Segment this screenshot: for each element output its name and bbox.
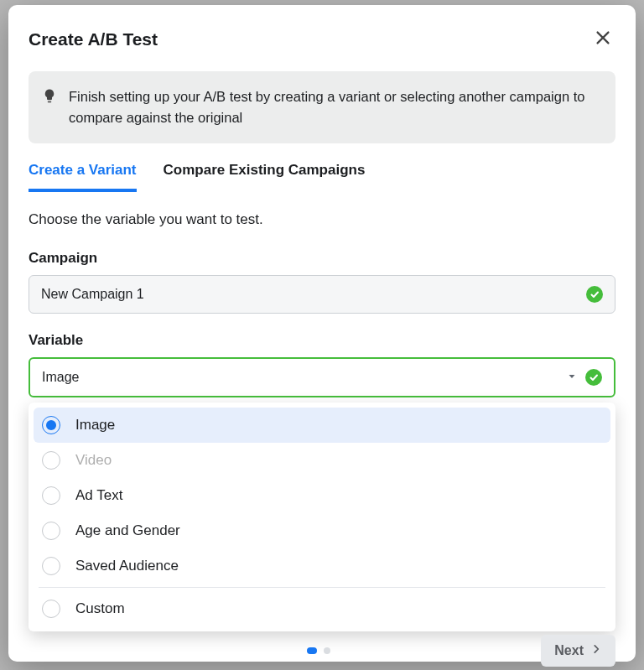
radio-icon (42, 600, 60, 618)
create-ab-test-modal: Create A/B Test Finish setting up your A… (8, 5, 636, 662)
option-label: Age and Gender (75, 522, 180, 539)
pager-dot (324, 647, 330, 654)
next-button[interactable]: Next (541, 635, 615, 667)
option-age-gender[interactable]: Age and Gender (34, 513, 610, 548)
close-icon (594, 29, 612, 49)
option-label: Video (75, 452, 112, 469)
campaign-select[interactable]: New Campaign 1 (29, 275, 615, 314)
campaign-label: Campaign (29, 250, 615, 267)
check-icon (586, 286, 603, 303)
variable-field: Variable Image Image Video (29, 332, 615, 631)
chevron-right-icon (590, 643, 602, 658)
chevron-down-icon (567, 370, 577, 385)
modal-header: Create A/B Test (29, 25, 615, 53)
option-ad-text[interactable]: Ad Text (34, 478, 610, 513)
lightbulb-icon (42, 88, 57, 106)
radio-icon (42, 557, 60, 575)
radio-icon (42, 486, 60, 505)
radio-icon (42, 416, 60, 434)
option-saved-audience[interactable]: Saved Audience (34, 548, 610, 584)
variable-value: Image (42, 370, 79, 385)
modal-footer: Next (29, 631, 615, 667)
info-banner: Finish setting up your A/B test by creat… (29, 71, 615, 143)
check-icon (585, 369, 602, 386)
info-text: Finish setting up your A/B test by creat… (69, 86, 599, 128)
tab-create-variant[interactable]: Create a Variant (29, 162, 137, 192)
variable-dropdown: Image Video Ad Text Age and Gender Saved… (29, 403, 615, 631)
tabs: Create a Variant Compare Existing Campai… (29, 162, 615, 193)
option-label: Ad Text (75, 487, 122, 504)
dropdown-divider (39, 587, 605, 588)
option-label: Custom (75, 600, 125, 617)
option-image[interactable]: Image (34, 408, 610, 443)
radio-icon (42, 451, 60, 470)
instruction-text: Choose the variable you want to test. (29, 211, 615, 228)
close-button[interactable] (590, 25, 615, 53)
tab-compare-existing[interactable]: Compare Existing Campaigns (164, 162, 366, 192)
campaign-field: Campaign New Campaign 1 (29, 250, 615, 314)
variable-label: Variable (29, 332, 615, 349)
modal-title: Create A/B Test (29, 29, 158, 49)
option-label: Saved Audience (75, 558, 179, 574)
pager-dot-active (307, 647, 317, 654)
variable-select[interactable]: Image (29, 357, 615, 397)
pager (307, 647, 330, 654)
radio-icon (42, 522, 60, 540)
option-video[interactable]: Video (34, 443, 610, 478)
next-label: Next (554, 643, 584, 658)
option-custom[interactable]: Custom (34, 591, 610, 626)
campaign-value: New Campaign 1 (41, 287, 144, 302)
option-label: Image (75, 417, 115, 434)
